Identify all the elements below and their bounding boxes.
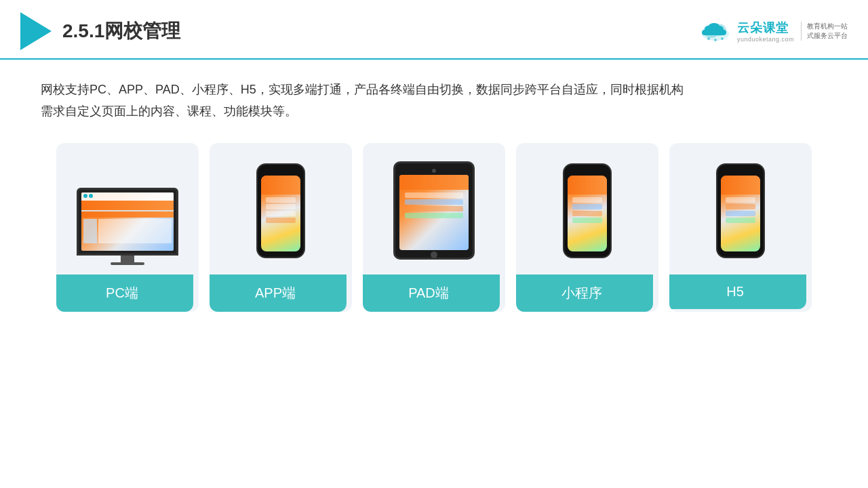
pc-mockup — [77, 188, 178, 265]
screen-row — [726, 204, 755, 209]
header-left: 2.5.1网校管理 — [20, 12, 180, 50]
screen-row — [572, 197, 602, 203]
screen-row — [266, 218, 296, 223]
screen-row — [405, 199, 463, 205]
svg-point-4 — [714, 39, 717, 41]
nav-dot — [89, 194, 93, 198]
screen-row — [405, 192, 463, 198]
nav-dot — [83, 194, 87, 198]
phone-screen-mini — [568, 176, 607, 251]
tablet-camera — [432, 169, 436, 173]
tablet-mockup — [393, 161, 475, 260]
phone-notch — [274, 170, 288, 174]
svg-point-3 — [707, 37, 710, 40]
brand-url: yunduoketang.com — [737, 36, 794, 43]
tablet-screen — [399, 175, 469, 250]
screen-row — [266, 211, 296, 216]
phone-mockup-miniapp — [563, 163, 612, 258]
phone-mockup-app — [256, 163, 305, 258]
svg-point-5 — [721, 37, 724, 40]
phone-notch-mini — [580, 170, 594, 174]
miniapp-label: 小程序 — [516, 274, 653, 312]
screen-row — [266, 204, 296, 209]
brand-name: 云朵课堂 — [737, 20, 789, 36]
app-card: APP端 — [210, 143, 352, 312]
screen-body-h5 — [721, 195, 760, 226]
screen-sidebar — [83, 219, 97, 243]
screen-banner — [81, 201, 174, 218]
pad-mockup-container — [374, 157, 494, 265]
phone-mockup-h5 — [716, 163, 765, 258]
screen-row — [405, 206, 463, 211]
screen-row — [266, 197, 296, 203]
pc-screen-inner — [81, 192, 174, 251]
page-title: 2.5.1网校管理 — [62, 18, 180, 44]
screen-content — [81, 218, 174, 245]
screen-row — [726, 211, 755, 216]
pc-stand — [121, 256, 134, 262]
screen-header — [721, 176, 760, 195]
screen-body — [261, 195, 300, 226]
cards-container: PC端 APP端 — [41, 143, 827, 312]
screen-header — [568, 176, 607, 195]
pc-screen-outer — [77, 188, 178, 256]
phone-screen-app — [261, 176, 300, 251]
tablet-header — [399, 175, 469, 190]
brand-logo: 云朵课堂 yunduoketang.com 教育机构一站 式服务云平台 — [698, 19, 848, 43]
screen-main — [98, 219, 172, 243]
pad-label: PAD端 — [363, 274, 500, 312]
h5-card: H5 — [669, 143, 812, 312]
screen-row — [572, 218, 602, 223]
screen-row — [572, 204, 602, 209]
logo-triangle-icon — [20, 12, 52, 50]
main-content: 网校支持PC、APP、PAD、小程序、H5，实现多端打通，产品各终端自由切换，数… — [0, 60, 868, 325]
screen-row — [726, 218, 755, 223]
screen-row — [572, 211, 602, 216]
tablet-body — [399, 190, 469, 221]
screen-body-mini — [568, 195, 607, 226]
brand-tagline: 教育机构一站 式服务云平台 — [801, 22, 848, 41]
screen-nav — [81, 192, 174, 201]
pc-card: PC端 — [56, 143, 199, 312]
pc-base — [111, 262, 144, 265]
app-label: APP端 — [210, 274, 347, 312]
brand-text-block: 云朵课堂 yunduoketang.com — [737, 20, 794, 43]
pc-mockup-container — [67, 157, 188, 265]
screen-row — [405, 213, 463, 218]
miniapp-card: 小程序 — [516, 143, 658, 312]
header: 2.5.1网校管理 云朵课堂 yunduoketang.com 教育机构一站 — [0, 0, 868, 60]
description-text: 网校支持PC、APP、PAD、小程序、H5，实现多端打通，产品各终端自由切换，数… — [41, 79, 827, 123]
screen-row — [726, 197, 755, 203]
tablet-home-btn — [431, 251, 437, 258]
h5-mockup-container — [680, 157, 801, 265]
screen-header — [261, 176, 300, 195]
pc-label: PC端 — [56, 274, 193, 312]
h5-label: H5 — [669, 274, 806, 309]
miniapp-mockup-container — [527, 157, 648, 265]
phone-notch-h5 — [734, 170, 747, 174]
app-mockup-container — [220, 157, 341, 265]
cloud-logo-icon — [698, 19, 733, 43]
header-right: 云朵课堂 yunduoketang.com 教育机构一站 式服务云平台 — [698, 19, 848, 43]
phone-screen-h5 — [721, 176, 760, 251]
pad-card: PAD端 — [363, 143, 505, 312]
